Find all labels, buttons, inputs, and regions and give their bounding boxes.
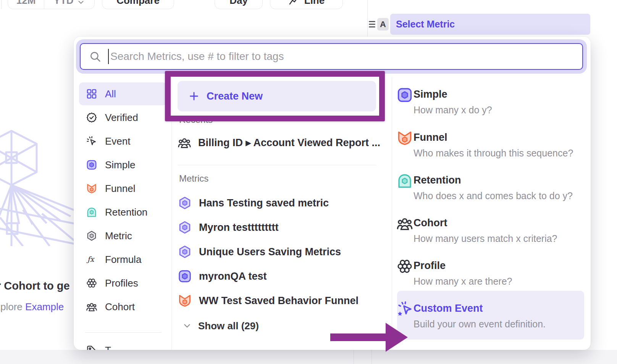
range-12m-button[interactable]: 12M [8,0,44,9]
simple-icon [396,87,413,103]
type-profile-desc: How many x are there? [413,276,512,287]
sidebar-label: T [105,345,111,350]
line-label: Line [304,0,325,6]
recent-item-billing[interactable]: Billing ID ▸ Account Viewed Report ... [178,133,378,153]
tag-icon [86,345,97,350]
series-a-badge: A [377,18,389,31]
type-profile[interactable]: Profile [413,260,446,272]
sidebar-item-partial[interactable]: T [79,339,167,350]
formula-fx-icon [86,254,97,265]
annotation-arrow [328,321,410,355]
chevron-down-icon [77,0,85,6]
retention-icon [86,206,97,218]
sidebar-item-simple[interactable]: Simple [79,153,167,176]
funnel-icon [86,183,97,194]
show-all-label: Show all (29) [198,320,259,332]
day-label: Day [229,0,248,6]
metric-search-input[interactable] [81,44,582,69]
type-retention[interactable]: Retention [413,174,461,186]
event-cursor-star-icon [396,301,413,317]
metric-list-item[interactable]: Myron testtttttttt [178,217,378,237]
background-headline: r Cohort to ge [0,280,70,292]
sidebar-label: Formula [105,254,141,266]
sidebar-item-retention[interactable]: Retention [79,201,167,224]
sidebar-label: Verified [105,112,138,124]
metric-item-label: Myron testtttttttt [199,222,278,234]
example-link[interactable]: Example [25,301,64,312]
sidebar-item-all[interactable]: All [79,82,167,105]
custom-event-highlight[interactable] [397,291,584,340]
select-metric-label: Select Metric [396,19,455,30]
sidebar-item-profiles[interactable]: Profiles [79,272,167,295]
show-all-toggle[interactable]: Show all (29) [182,317,259,334]
metric-hexagon-purple-icon [178,220,192,235]
panel-divider [367,0,368,37]
types-column-divider [392,77,392,350]
sidebar-item-formula[interactable]: Formula [79,248,167,271]
sidebar-label: Funnel [105,183,136,195]
range-ytd-label: YTD [54,0,74,6]
retention-icon [396,172,413,189]
compare-button[interactable]: Compare [102,0,174,9]
background-explore-line: xplore Example [0,301,64,313]
metric-item-label: WW Test Saved Behavior Funnel [199,295,359,307]
metric-list-item[interactable]: WW Test Saved Behavior Funnel [178,291,378,311]
metrics-header: Metrics [179,173,208,184]
sidebar-label: Profiles [105,277,138,289]
metric-item-label: myronQA test [199,271,267,282]
sidebar-label: Retention [105,206,147,218]
metric-hexagon-purple-icon [178,245,192,259]
range-ytd-button[interactable]: YTD [44,0,94,9]
verified-badge-icon [86,112,97,123]
metric-list-item[interactable]: myronQA test [178,266,378,286]
funnel-icon [396,130,413,147]
sidebar-item-cohort[interactable]: Cohort [79,295,167,318]
range-12m-label: 12M [16,0,36,6]
profiles-flower-icon [396,258,413,275]
type-funnel-desc: Who makes it through this sequence? [413,148,573,159]
sidebar-label: All [105,88,116,100]
recent-item-label: Billing ID ▸ Account Viewed Report ... [198,137,380,149]
simple-icon [178,269,192,283]
recents-metrics-divider [178,165,376,165]
grid-icon [86,88,97,100]
sidebar-item-funnel[interactable]: Funnel [79,177,167,200]
type-simple-desc: How many x do y? [413,105,492,116]
drag-handle-icon[interactable] [369,21,375,27]
metric-list-item[interactable]: Unique Users Saving Metrics [178,242,378,262]
line-chart-icon [288,0,299,6]
profiles-flower-icon [86,277,97,289]
cohort-people-icon [396,215,413,232]
date-range-segmented-control: 12M YTD [8,0,95,9]
simple-icon [86,159,97,171]
sidebar-label: Metric [105,230,132,242]
chevron-down-icon [182,321,192,331]
type-simple[interactable]: Simple [413,89,447,100]
metric-list-item[interactable]: Hans Testing saved metric [178,193,378,213]
compare-label: Compare [116,0,160,6]
background-wireframe-illustration [0,128,76,246]
sidebar-item-event[interactable]: Event [79,130,167,153]
sidebar-section-divider [85,332,162,333]
sidebar-item-metric[interactable]: Metric [79,224,167,247]
event-cursor-icon [86,135,97,147]
select-metric-pill[interactable]: Select Metric [390,14,590,35]
bottom-background-band [0,350,617,364]
type-cohort-desc: How many users match x criteria? [413,233,557,244]
metric-item-label: Hans Testing saved metric [199,197,329,209]
cohort-people-icon [178,136,191,150]
sidebar-item-verified[interactable]: Verified [79,106,167,129]
type-retention-desc: Who does x and comes back to do y? [413,190,573,201]
sidebar-label: Simple [105,159,135,171]
type-custom-event[interactable]: Custom Event [413,303,483,314]
type-cohort[interactable]: Cohort [413,217,447,229]
canvas-left-border [1,0,2,9]
type-funnel[interactable]: Funnel [413,132,447,143]
chart-type-line-button[interactable]: Line [270,0,343,9]
explore-text: xplore [0,301,23,312]
type-custom-event-desc: Build your own event definition. [413,319,546,330]
sidebar-label: Cohort [105,301,135,313]
annotation-highlight-box [165,71,385,121]
granularity-day-button[interactable]: Day [215,0,263,9]
metric-picker-screen: 12M YTD Compare Day Line A Select Metric… [0,0,617,364]
